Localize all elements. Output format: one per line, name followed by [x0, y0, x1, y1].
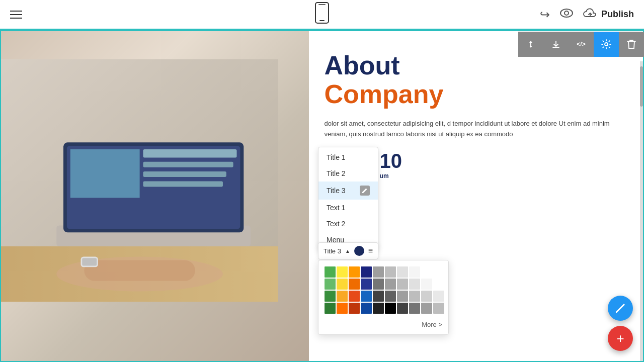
fab-add-button[interactable]: +	[608, 326, 633, 351]
more-colors-button[interactable]: More >	[325, 319, 442, 328]
top-bar-center	[314, 2, 330, 28]
preview-eye-icon[interactable]	[560, 8, 573, 21]
undo-icon[interactable]: ↩	[540, 8, 550, 22]
color-swatch-13[interactable]	[361, 279, 372, 290]
dropdown-menu: Title 1 Title 2 Title 3 Text 1 Text 2 Me…	[318, 147, 378, 250]
fab-edit-button[interactable]	[608, 296, 633, 321]
color-swatch-25[interactable]	[385, 291, 396, 302]
color-swatch-8[interactable]	[421, 266, 432, 278]
dropdown-text2[interactable]: Text 2	[318, 216, 378, 232]
publish-cloud-icon	[583, 8, 597, 21]
color-swatch-16[interactable]	[397, 279, 408, 290]
svg-rect-13	[70, 149, 140, 198]
top-toolbar: ↩ Publish	[0, 0, 644, 30]
scroll-indicator	[640, 61, 643, 361]
color-swatch-17[interactable]	[409, 279, 420, 290]
top-bar-left	[10, 11, 22, 19]
color-swatch-10[interactable]	[325, 279, 336, 290]
svg-rect-15	[143, 162, 233, 167]
color-swatch-26[interactable]	[397, 291, 408, 302]
fab-add-icon: +	[616, 332, 624, 345]
svg-rect-1	[319, 20, 325, 21]
color-swatch-4[interactable]	[373, 266, 384, 278]
publish-button[interactable]: Publish	[583, 8, 634, 21]
hamburger-line2	[10, 14, 22, 15]
color-swatch-30[interactable]	[325, 303, 336, 314]
color-picker: More >	[318, 260, 449, 335]
dropdown-title2[interactable]: Title 2	[318, 165, 378, 182]
color-swatch-5[interactable]	[385, 266, 396, 278]
color-swatch-34[interactable]	[373, 303, 384, 314]
color-swatch-29[interactable]	[433, 291, 444, 302]
color-swatch-11[interactable]	[337, 279, 348, 290]
color-swatch-21[interactable]	[337, 291, 348, 302]
style-bar: Title 3 ▲ ≡	[318, 242, 378, 259]
color-swatch-28[interactable]	[421, 291, 432, 302]
canvas-area: About Company dolor sit amet, consectetu…	[0, 30, 644, 362]
color-swatch-15[interactable]	[385, 279, 396, 290]
dropdown-title1[interactable]: Title 1	[318, 149, 378, 165]
svg-point-7	[605, 43, 608, 46]
color-grid	[325, 266, 442, 314]
code-button[interactable]: </>	[569, 32, 594, 57]
color-swatch-27[interactable]	[409, 291, 420, 302]
color-swatch-18[interactable]	[421, 279, 432, 290]
color-swatch-38[interactable]	[421, 303, 432, 314]
body-text: dolor sit amet, consectetur adipisicing …	[324, 119, 628, 140]
dropdown-text1[interactable]: Text 1	[318, 200, 378, 216]
svg-point-3	[560, 9, 573, 17]
color-swatch-22[interactable]	[349, 291, 360, 302]
move-section-button[interactable]	[518, 32, 543, 57]
color-dot[interactable]	[354, 246, 364, 256]
color-swatch-23[interactable]	[361, 291, 372, 302]
color-swatch-1[interactable]	[337, 266, 348, 278]
svg-rect-0	[315, 3, 329, 23]
stat-item-2: 10 um	[380, 150, 403, 179]
secondary-toolbar: </>	[518, 32, 644, 57]
svg-rect-14	[143, 149, 236, 158]
edit-icon	[360, 186, 370, 196]
top-bar-right: ↩ Publish	[540, 8, 634, 22]
svg-rect-21	[82, 258, 97, 265]
color-swatch-32[interactable]	[349, 303, 360, 314]
stat2-number: 10	[380, 150, 403, 172]
delete-button[interactable]	[619, 32, 644, 57]
color-swatch-39[interactable]	[433, 303, 444, 314]
svg-rect-19	[84, 260, 195, 281]
svg-rect-16	[143, 171, 226, 177]
color-swatch-24[interactable]	[373, 291, 384, 302]
publish-label: Publish	[601, 9, 634, 20]
color-swatch-14[interactable]	[373, 279, 384, 290]
color-swatch-33[interactable]	[361, 303, 372, 314]
settings-button[interactable]	[594, 32, 619, 57]
align-icon[interactable]: ≡	[368, 246, 373, 255]
color-swatch-35[interactable]	[385, 303, 396, 314]
color-swatch-19[interactable]	[433, 279, 444, 290]
color-swatch-9[interactable]	[433, 266, 444, 278]
color-swatch-31[interactable]	[337, 303, 348, 314]
color-swatch-36[interactable]	[397, 303, 408, 314]
color-swatch-0[interactable]	[325, 266, 336, 278]
svg-rect-17	[143, 181, 222, 187]
stat2-label: um	[380, 172, 403, 179]
style-bar-label: Title 3	[324, 247, 341, 255]
download-button[interactable]	[543, 32, 569, 57]
color-swatch-12[interactable]	[349, 279, 360, 290]
company-heading: Company	[324, 80, 628, 109]
dropdown-title3[interactable]: Title 3	[318, 182, 378, 200]
color-swatch-6[interactable]	[397, 266, 408, 278]
color-swatch-2[interactable]	[349, 266, 360, 278]
svg-rect-2	[318, 4, 326, 5]
hamburger-menu[interactable]	[10, 11, 22, 19]
scroll-thumb	[640, 66, 643, 107]
color-swatch-20[interactable]	[325, 291, 336, 302]
color-swatch-3[interactable]	[361, 266, 372, 278]
color-swatch-7[interactable]	[409, 266, 420, 278]
hamburger-line3	[10, 18, 22, 19]
left-image	[1, 31, 309, 362]
mobile-preview-icon[interactable]	[314, 2, 330, 28]
svg-point-4	[565, 11, 569, 15]
chevron-up-icon: ▲	[345, 248, 350, 254]
color-swatch-37[interactable]	[409, 303, 420, 314]
hamburger-line1	[10, 11, 22, 12]
